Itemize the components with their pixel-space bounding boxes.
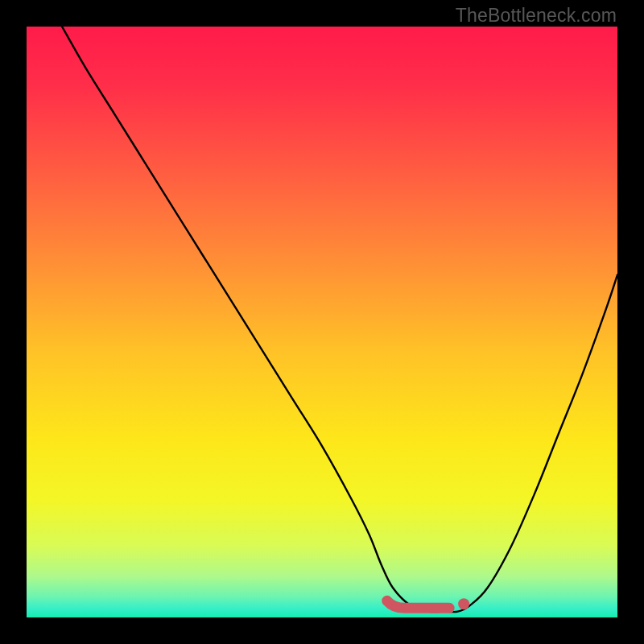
watermark: TheBottleneck.com xyxy=(456,5,617,27)
bottleneck-curve xyxy=(27,27,617,617)
plot-area xyxy=(27,27,617,617)
svg-point-1 xyxy=(458,598,469,609)
chart-frame: TheBottleneck.com xyxy=(0,0,644,644)
